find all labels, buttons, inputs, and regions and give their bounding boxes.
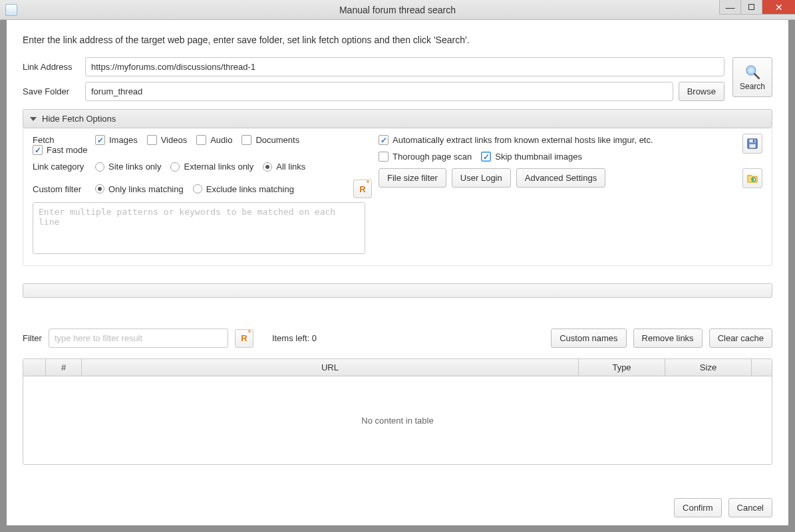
fetch-label: Fetch bbox=[33, 135, 95, 145]
maximize-button[interactable] bbox=[740, 0, 762, 15]
items-left-label: Items left: 0 bbox=[272, 333, 317, 343]
column-url[interactable]: URL bbox=[82, 359, 579, 376]
svg-rect-4 bbox=[750, 140, 756, 143]
auto-extract-checkbox[interactable]: Automatically extract links from known e… bbox=[379, 135, 653, 145]
close-button[interactable]: ✕ bbox=[762, 0, 795, 15]
save-folder-input[interactable] bbox=[85, 82, 673, 101]
link-category-label: Link category bbox=[33, 162, 95, 172]
remove-links-button[interactable]: Remove links bbox=[633, 329, 703, 348]
clear-cache-button[interactable]: Clear cache bbox=[709, 329, 772, 348]
title-bar: Manual forum thread search — ✕ bbox=[0, 0, 795, 20]
load-settings-button[interactable] bbox=[742, 168, 762, 188]
svg-line-2 bbox=[754, 74, 759, 78]
search-button[interactable]: Search bbox=[732, 57, 772, 97]
column-type[interactable]: Type bbox=[579, 359, 665, 376]
file-size-filter-button[interactable]: File size filter bbox=[379, 168, 446, 188]
user-login-button[interactable]: User Login bbox=[452, 168, 511, 188]
table-empty-message: No content in table bbox=[23, 376, 772, 464]
instructions-text: Enter the link address of the target web… bbox=[23, 35, 772, 45]
only-links-matching-radio[interactable]: Only links matching bbox=[95, 184, 184, 194]
all-links-radio[interactable]: All links bbox=[263, 162, 305, 172]
custom-names-button[interactable]: Custom names bbox=[551, 329, 626, 348]
search-icon bbox=[744, 63, 761, 80]
regex-button[interactable]: R bbox=[353, 180, 372, 198]
confirm-button[interactable]: Confirm bbox=[674, 498, 722, 517]
videos-checkbox[interactable]: Videos bbox=[147, 135, 188, 145]
filter-regex-button[interactable]: R bbox=[235, 329, 253, 348]
results-table: # URL Type Size No content in table bbox=[23, 358, 772, 465]
images-checkbox[interactable]: Images bbox=[95, 135, 138, 145]
window-body: Enter the link address of the target web… bbox=[0, 20, 795, 532]
save-folder-label: Save Folder bbox=[23, 86, 85, 96]
external-links-only-radio[interactable]: External links only bbox=[170, 162, 253, 172]
svg-rect-5 bbox=[750, 144, 756, 148]
fast-mode-checkbox[interactable]: Fast mode bbox=[33, 145, 87, 155]
chevron-down-icon bbox=[30, 117, 37, 121]
skip-thumbnail-checkbox[interactable]: Skip thumbnail images bbox=[481, 152, 582, 162]
app-icon bbox=[5, 4, 17, 16]
advanced-settings-button[interactable]: Advanced Settings bbox=[516, 168, 605, 188]
column-scroll-spacer bbox=[752, 359, 772, 376]
minimize-button[interactable]: — bbox=[719, 0, 740, 15]
fetch-options-toggle[interactable]: Hide Fetch Options bbox=[23, 109, 772, 128]
column-size[interactable]: Size bbox=[665, 359, 752, 376]
column-checkbox[interactable] bbox=[23, 359, 46, 376]
progress-bar bbox=[23, 283, 772, 298]
thorough-scan-checkbox[interactable]: Thorough page scan bbox=[379, 152, 472, 162]
site-links-only-radio[interactable]: Site links only bbox=[95, 162, 161, 172]
filter-input[interactable] bbox=[49, 329, 228, 348]
save-settings-button[interactable] bbox=[742, 134, 762, 154]
column-number[interactable]: # bbox=[46, 359, 82, 376]
window-title: Manual forum thread search bbox=[0, 5, 795, 15]
audio-checkbox[interactable]: Audio bbox=[196, 135, 232, 145]
custom-filter-label: Custom filter bbox=[33, 184, 95, 194]
table-header: # URL Type Size bbox=[23, 359, 772, 376]
fetch-options-label: Hide Fetch Options bbox=[42, 114, 116, 124]
custom-filter-textarea[interactable] bbox=[33, 202, 365, 254]
link-address-input[interactable] bbox=[85, 57, 724, 76]
link-address-label: Link Address bbox=[23, 62, 85, 72]
cancel-button[interactable]: Cancel bbox=[728, 498, 772, 517]
floppy-disk-icon bbox=[746, 138, 758, 150]
search-button-label: Search bbox=[740, 82, 765, 91]
folder-open-icon bbox=[746, 172, 758, 184]
exclude-links-matching-radio[interactable]: Exclude links matching bbox=[193, 184, 294, 194]
documents-checkbox[interactable]: Documents bbox=[241, 135, 299, 145]
svg-rect-6 bbox=[753, 140, 754, 142]
filter-label: Filter bbox=[23, 333, 42, 343]
fetch-options-panel: Fetch Images Videos Audio Documents Fast… bbox=[23, 128, 772, 266]
browse-button[interactable]: Browse bbox=[679, 82, 724, 101]
